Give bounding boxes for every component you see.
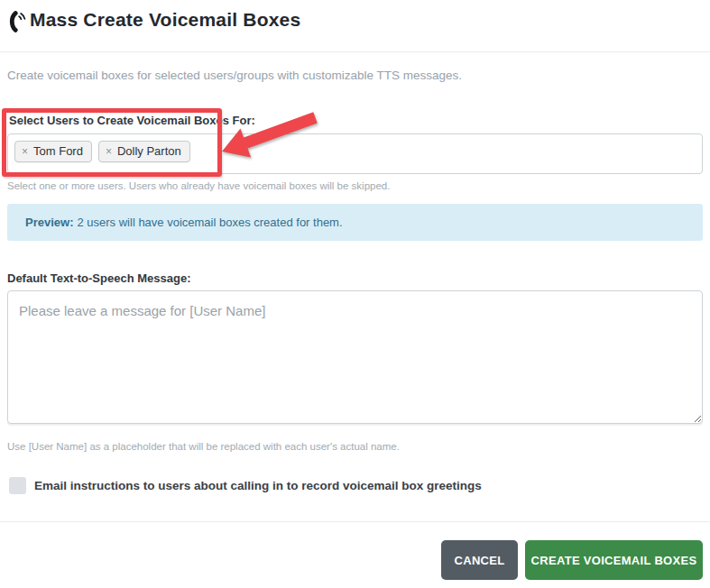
preview-banner-label: Preview: xyxy=(25,216,73,229)
user-select-input[interactable]: × Tom Ford × Dolly Parton xyxy=(7,133,703,174)
cancel-button[interactable]: CANCEL xyxy=(441,540,518,580)
preview-banner-message: 2 users will have voicemail boxes create… xyxy=(77,216,342,229)
preview-banner: Preview: 2 users will have voicemail box… xyxy=(7,204,703,241)
selected-user-tag: × Dolly Parton xyxy=(98,141,190,162)
page-title: Mass Create Voicemail Boxes xyxy=(30,9,300,31)
email-instructions-checkbox[interactable] xyxy=(9,477,26,494)
tts-message-textarea[interactable] xyxy=(7,290,703,424)
email-instructions-label: Email instructions to users about callin… xyxy=(34,479,482,492)
phone-volume-icon xyxy=(6,11,28,32)
user-select-label: Select Users to Create Voicemail Boxes F… xyxy=(9,114,255,127)
create-voicemail-boxes-button[interactable]: CREATE VOICEMAIL BOXES xyxy=(525,540,703,580)
tts-message-helper: Use [User Name] as a placeholder that wi… xyxy=(7,441,400,452)
mass-create-voicemail-modal: Mass Create Voicemail Boxes Create voice… xyxy=(0,0,710,588)
footer-divider xyxy=(0,521,710,522)
tts-message-label: Default Text-to-Speech Message: xyxy=(7,271,190,285)
selected-user-tag: × Tom Ford xyxy=(14,141,92,162)
remove-tag-icon[interactable]: × xyxy=(106,145,112,158)
remove-tag-icon[interactable]: × xyxy=(22,145,28,158)
header-divider xyxy=(0,51,710,52)
tag-label: Dolly Parton xyxy=(117,144,181,158)
tag-label: Tom Ford xyxy=(33,144,83,158)
user-select-helper: Select one or more users. Users who alre… xyxy=(7,180,390,191)
page-description: Create voicemail boxes for selected user… xyxy=(7,69,462,82)
